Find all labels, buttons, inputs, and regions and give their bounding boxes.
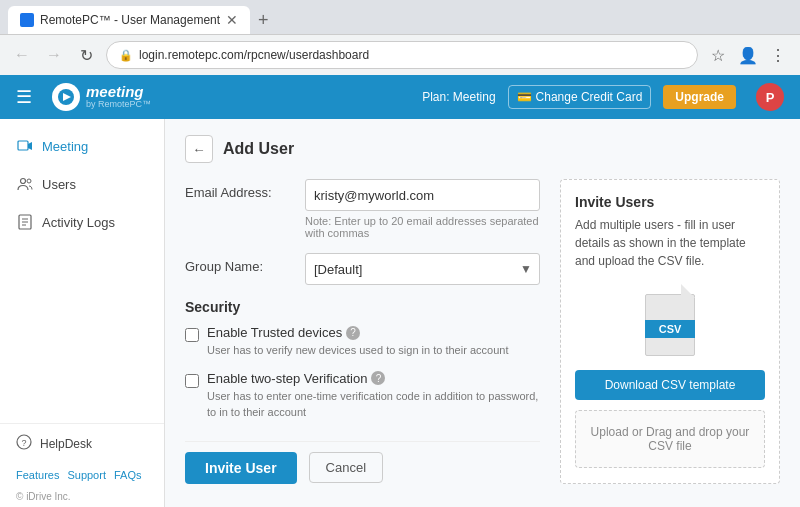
- back-nav-button[interactable]: ←: [10, 43, 34, 67]
- features-link[interactable]: Features: [16, 469, 59, 481]
- sidebar-spacer: [0, 241, 164, 423]
- form-left: Email Address: Note: Enter up to 20 emai…: [185, 179, 540, 484]
- browser-tab-bar: RemotePC™ - User Management ✕ +: [0, 0, 800, 34]
- browser-controls: ← → ↻ 🔒 login.remotepc.com/rpcnew/userda…: [0, 34, 800, 75]
- logo-meeting-label: meeting: [86, 84, 151, 101]
- reload-button[interactable]: ↻: [74, 43, 98, 67]
- csv-icon-wrap: CSV: [575, 284, 765, 356]
- sidebar-item-meeting[interactable]: Meeting: [0, 127, 164, 165]
- tab-title: RemotePC™ - User Management: [40, 13, 220, 27]
- main-layout: Meeting Users Activity Logs ? HelpDesk: [0, 119, 800, 507]
- trusted-devices-item: Enable Trusted devices ? User has to ver…: [185, 325, 540, 359]
- invite-user-button[interactable]: Invite User: [185, 452, 297, 484]
- two-step-text: Enable two-step Verification ? User has …: [207, 371, 540, 421]
- back-button[interactable]: ←: [185, 135, 213, 163]
- cancel-button[interactable]: Cancel: [309, 452, 383, 483]
- download-csv-button[interactable]: Download CSV template: [575, 370, 765, 400]
- two-step-help-icon[interactable]: ?: [371, 371, 385, 385]
- meeting-icon: [16, 137, 34, 155]
- two-step-desc: User has to enter one-time verification …: [207, 388, 540, 421]
- new-tab-button[interactable]: +: [250, 10, 277, 31]
- group-form-group: Group Name: [Default] Group 1 Group 2 ▼: [185, 253, 540, 285]
- svg-point-4: [21, 179, 26, 184]
- csv-file-corner: [681, 284, 695, 298]
- sidebar-item-users[interactable]: Users: [0, 165, 164, 203]
- sidebar-item-activity-logs[interactable]: Activity Logs: [0, 203, 164, 241]
- svg-rect-2: [18, 141, 28, 150]
- upgrade-button[interactable]: Upgrade: [663, 85, 736, 109]
- forward-nav-button[interactable]: →: [42, 43, 66, 67]
- svg-text:?: ?: [22, 438, 27, 448]
- hamburger-menu-icon[interactable]: ☰: [16, 86, 32, 108]
- group-label: Group Name:: [185, 253, 305, 274]
- trusted-devices-text: Enable Trusted devices ? User has to ver…: [207, 325, 508, 359]
- tab-favicon: [20, 13, 34, 27]
- logo-by-label: by RemotePC™: [86, 100, 151, 110]
- group-select-wrap: [Default] Group 1 Group 2 ▼: [305, 253, 540, 285]
- logo-text: meeting by RemotePC™: [86, 84, 151, 110]
- url-text: login.remotepc.com/rpcnew/userdashboard: [139, 48, 369, 62]
- trusted-devices-desc: User has to verify new devices used to s…: [207, 342, 508, 359]
- account-button[interactable]: 👤: [736, 43, 760, 67]
- browser-action-buttons: ☆ 👤 ⋮: [706, 43, 790, 67]
- faqs-link[interactable]: FAQs: [114, 469, 142, 481]
- main-content: ← Add User Email Address: Note: Enter up…: [165, 119, 800, 507]
- sidebar-helpdesk[interactable]: ? HelpDesk: [0, 423, 164, 463]
- email-note: Note: Enter up to 20 email addresses sep…: [305, 215, 540, 239]
- email-control-wrap: Note: Enter up to 20 email addresses sep…: [305, 179, 540, 239]
- trusted-devices-help-icon[interactable]: ?: [346, 326, 360, 340]
- svg-marker-3: [28, 142, 32, 150]
- security-title: Security: [185, 299, 540, 315]
- two-step-item: Enable two-step Verification ? User has …: [185, 371, 540, 421]
- browser-tab[interactable]: RemotePC™ - User Management ✕: [8, 6, 250, 34]
- address-bar[interactable]: 🔒 login.remotepc.com/rpcnew/userdashboar…: [106, 41, 698, 69]
- form-actions: Invite User Cancel: [185, 441, 540, 484]
- two-step-label: Enable two-step Verification ?: [207, 371, 540, 386]
- csv-file-icon: CSV: [640, 284, 700, 356]
- browser-chrome: RemotePC™ - User Management ✕ + ← → ↻ 🔒 …: [0, 0, 800, 75]
- top-nav: ☰ meeting by RemotePC™ Plan: Meeting 💳 C…: [0, 75, 800, 119]
- two-step-checkbox[interactable]: [185, 374, 199, 388]
- invite-users-panel: Invite Users Add multiple users - fill i…: [560, 179, 780, 484]
- email-label: Email Address:: [185, 179, 305, 200]
- group-control-wrap: [Default] Group 1 Group 2 ▼: [305, 253, 540, 285]
- activity-logs-icon: [16, 213, 34, 231]
- tab-close-icon[interactable]: ✕: [226, 12, 238, 28]
- sidebar-users-label: Users: [42, 177, 76, 192]
- email-input[interactable]: [305, 179, 540, 211]
- trusted-devices-label: Enable Trusted devices ?: [207, 325, 508, 340]
- support-link[interactable]: Support: [67, 469, 106, 481]
- lock-icon: 🔒: [119, 49, 133, 62]
- svg-point-5: [27, 179, 31, 183]
- sidebar-activity-logs-label: Activity Logs: [42, 215, 115, 230]
- sidebar-meeting-label: Meeting: [42, 139, 88, 154]
- sidebar-copyright: © iDrive Inc.: [0, 487, 164, 507]
- page-header: ← Add User: [185, 135, 780, 163]
- csv-label-text: CSV: [645, 320, 695, 338]
- credit-card-label: Change Credit Card: [536, 90, 643, 104]
- sidebar: Meeting Users Activity Logs ? HelpDesk: [0, 119, 165, 507]
- plan-label: Plan: Meeting: [422, 90, 495, 104]
- change-credit-card-button[interactable]: 💳 Change Credit Card: [508, 85, 652, 109]
- credit-card-icon: 💳: [517, 90, 532, 104]
- helpdesk-icon: ?: [16, 434, 32, 453]
- logo-icon: [52, 83, 80, 111]
- sidebar-footer-links: Features Support FAQs: [0, 463, 164, 487]
- app-wrapper: ☰ meeting by RemotePC™ Plan: Meeting 💳 C…: [0, 75, 800, 507]
- email-form-group: Email Address: Note: Enter up to 20 emai…: [185, 179, 540, 239]
- page-title: Add User: [223, 140, 294, 158]
- helpdesk-label: HelpDesk: [40, 437, 92, 451]
- invite-title: Invite Users: [575, 194, 765, 210]
- trusted-devices-checkbox[interactable]: [185, 328, 199, 342]
- csv-upload-area[interactable]: Upload or Drag and drop your CSV file: [575, 410, 765, 468]
- upload-label: Upload or Drag and drop your CSV file: [591, 425, 750, 453]
- users-icon: [16, 175, 34, 193]
- logo-area: meeting by RemotePC™: [52, 83, 151, 111]
- menu-button[interactable]: ⋮: [766, 43, 790, 67]
- user-avatar[interactable]: P: [756, 83, 784, 111]
- security-section: Security Enable Trusted devices ? User h…: [185, 299, 540, 421]
- invite-desc: Add multiple users - fill in user detail…: [575, 216, 765, 270]
- bookmark-button[interactable]: ☆: [706, 43, 730, 67]
- group-select[interactable]: [Default] Group 1 Group 2: [305, 253, 540, 285]
- form-area: Email Address: Note: Enter up to 20 emai…: [185, 179, 780, 484]
